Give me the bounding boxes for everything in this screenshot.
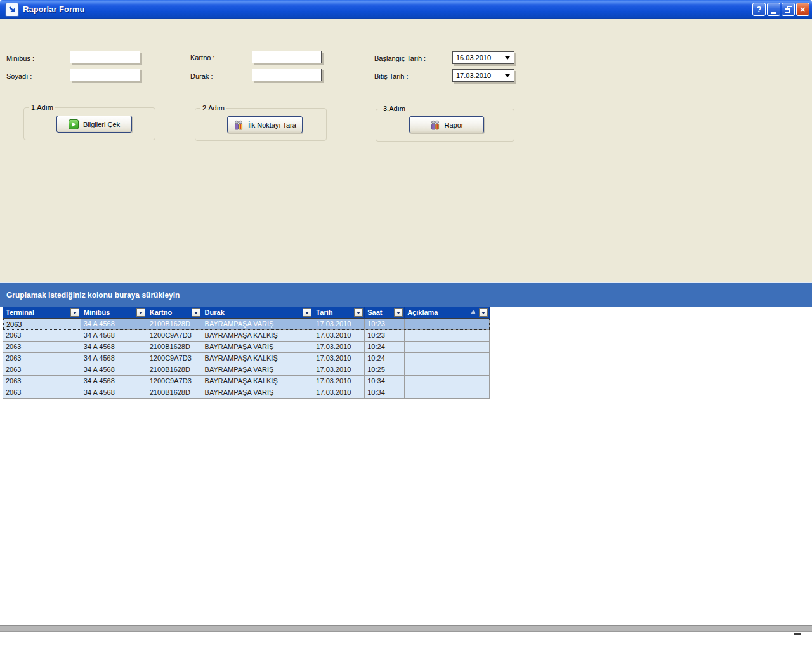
column-header-label: Tarih: [316, 308, 332, 316]
close-button[interactable]: ×: [796, 3, 809, 16]
resize-handle[interactable]: [794, 633, 801, 635]
grid-cell[interactable]: [405, 353, 490, 364]
grid-cell[interactable]: 34 A 4568: [81, 319, 147, 330]
group-by-bar[interactable]: Gruplamak istediğiniz kolonu buraya sürü…: [0, 282, 812, 307]
filter-dropdown-button[interactable]: [192, 308, 200, 317]
grid-cell[interactable]: 17.03.2010: [313, 364, 365, 376]
bitis-dropdown-button[interactable]: [502, 70, 513, 81]
column-header-label: Saat: [367, 308, 382, 316]
grid-cell[interactable]: [405, 319, 490, 330]
groupbox-step3: 3.Adım Rapor: [376, 109, 514, 142]
grid-cell[interactable]: 2063: [3, 353, 81, 364]
column-header-2[interactable]: Kartno: [147, 307, 202, 319]
grid-cell[interactable]: 2063: [3, 376, 81, 387]
filter-dropdown-button[interactable]: [354, 308, 363, 317]
grid-cell[interactable]: [405, 387, 490, 399]
bitis-tarih-label: Bitiş Tarih :: [374, 72, 409, 80]
grid-cell[interactable]: 10:25: [365, 364, 405, 376]
column-header-6[interactable]: Açıklama: [405, 307, 490, 319]
grid-cell[interactable]: 2100B1628D: [147, 319, 202, 330]
rapor-label: Rapor: [445, 121, 464, 129]
table-row[interactable]: 206334 A 45681200C9A7D3BAYRAMPAŞA KALKIŞ…: [3, 353, 490, 364]
app-window: Raporlar Formu ? × Minibüs : Soyadı : Ka…: [0, 0, 812, 632]
soyadi-field[interactable]: [70, 69, 140, 81]
rapor-button[interactable]: Rapor: [409, 116, 484, 133]
bitis-tarih-combobox[interactable]: 17.03.2010: [452, 69, 514, 82]
table-row[interactable]: 206334 A 45682100B1628DBAYRAMPAŞA VARIŞ1…: [3, 319, 490, 330]
grid-cell[interactable]: 2063: [3, 387, 81, 399]
grid-cell[interactable]: 10:34: [365, 376, 405, 387]
grid-cell[interactable]: [405, 342, 490, 353]
grid-cell[interactable]: 34 A 4568: [81, 353, 147, 364]
baslangic-dropdown-button[interactable]: [502, 53, 513, 63]
grid-cell[interactable]: 17.03.2010: [313, 319, 365, 330]
filter-dropdown-button[interactable]: [303, 308, 311, 317]
column-header-5[interactable]: Saat: [365, 307, 405, 319]
grid-cell[interactable]: 17.03.2010: [313, 330, 365, 342]
grid-cell[interactable]: 1200C9A7D3: [147, 376, 202, 387]
filter-dropdown-button[interactable]: [479, 308, 488, 317]
grid-cell[interactable]: 1200C9A7D3: [147, 353, 202, 364]
chevron-down-icon: [396, 312, 400, 314]
grid-cell[interactable]: 2100B1628D: [147, 342, 202, 353]
grid-cell[interactable]: BAYRAMPAŞA VARIŞ: [202, 364, 314, 376]
grid-cell[interactable]: 2100B1628D: [147, 387, 202, 399]
restore-button[interactable]: [782, 3, 795, 16]
grid-cell[interactable]: 17.03.2010: [313, 376, 365, 387]
grid-cell[interactable]: 17.03.2010: [313, 342, 365, 353]
grid-cell[interactable]: BAYRAMPAŞA KALKIŞ: [202, 353, 314, 364]
table-row[interactable]: 206334 A 45681200C9A7D3BAYRAMPAŞA KALKIŞ…: [3, 376, 490, 387]
ilk-noktayi-tara-button[interactable]: İlk Noktayı Tara: [227, 116, 303, 133]
column-header-1[interactable]: Minibüs: [81, 307, 147, 319]
help-button[interactable]: ?: [752, 3, 766, 16]
grid-cell[interactable]: BAYRAMPAŞA VARIŞ: [202, 319, 314, 330]
grid-cell[interactable]: 2100B1628D: [147, 364, 202, 376]
chevron-down-icon: [139, 312, 143, 314]
table-row[interactable]: 206334 A 45682100B1628DBAYRAMPAŞA VARIŞ1…: [3, 364, 490, 376]
grid-cell[interactable]: BAYRAMPAŞA VARIŞ: [202, 387, 314, 399]
grid-cell[interactable]: 10:23: [365, 330, 405, 342]
table-row[interactable]: 206334 A 45682100B1628DBAYRAMPAŞA VARIŞ1…: [3, 387, 490, 399]
grid-cell[interactable]: BAYRAMPAŞA KALKIŞ: [202, 376, 314, 387]
grid-cell[interactable]: 2063: [3, 330, 81, 342]
grid-cell[interactable]: 2063: [3, 342, 81, 353]
grid-cell[interactable]: BAYRAMPAŞA KALKIŞ: [202, 330, 314, 342]
grid-cell[interactable]: [405, 364, 490, 376]
grid-cell[interactable]: 34 A 4568: [81, 342, 147, 353]
column-header-3[interactable]: Durak: [202, 307, 314, 319]
grid-cell[interactable]: [405, 376, 490, 387]
title-bar[interactable]: Raporlar Formu ? ×: [0, 0, 812, 19]
baslangic-tarih-combobox[interactable]: 16.03.2010: [452, 51, 514, 64]
minimize-button[interactable]: [767, 3, 780, 16]
filter-dropdown-button[interactable]: [136, 308, 145, 317]
grid-cell[interactable]: 34 A 4568: [81, 376, 147, 387]
table-row[interactable]: 206334 A 45682100B1628DBAYRAMPAŞA VARIŞ1…: [3, 342, 490, 353]
grid-cell[interactable]: 17.03.2010: [313, 353, 365, 364]
grid-cell[interactable]: 17.03.2010: [313, 387, 365, 399]
grid-cell[interactable]: 10:23: [365, 319, 405, 330]
data-grid: TerminalMinibüsKartnoDurakTarihSaatAçıkl…: [3, 307, 490, 399]
filter-dropdown-button[interactable]: [394, 308, 403, 317]
column-header-0[interactable]: Terminal: [3, 307, 81, 319]
grid-cell[interactable]: 10:34: [365, 387, 405, 399]
grid-cell[interactable]: 34 A 4568: [81, 330, 147, 342]
grid-cell[interactable]: BAYRAMPAŞA VARIŞ: [202, 342, 314, 353]
grid-cell[interactable]: 2063: [3, 364, 81, 376]
grid-cell[interactable]: 2063: [3, 319, 81, 330]
bilgileri-cek-button[interactable]: Bilgileri Çek: [56, 116, 132, 133]
table-row[interactable]: 206334 A 45681200C9A7D3BAYRAMPAŞA KALKIŞ…: [3, 330, 490, 342]
grid-cell[interactable]: 1200C9A7D3: [147, 330, 202, 342]
grid-cell[interactable]: 10:24: [365, 342, 405, 353]
grid-cell[interactable]: 34 A 4568: [81, 364, 147, 376]
chevron-down-icon: [505, 56, 510, 60]
durak-field[interactable]: [252, 69, 322, 81]
minibus-field[interactable]: [70, 51, 140, 63]
people-icon: [430, 120, 440, 130]
grid-cell[interactable]: 10:24: [365, 353, 405, 364]
grid-cell[interactable]: [405, 330, 490, 342]
column-header-label: Durak: [205, 308, 225, 316]
column-header-4[interactable]: Tarih: [313, 307, 365, 319]
filter-dropdown-button[interactable]: [70, 308, 79, 317]
kartno-field[interactable]: [252, 51, 322, 63]
grid-cell[interactable]: 34 A 4568: [81, 387, 147, 399]
